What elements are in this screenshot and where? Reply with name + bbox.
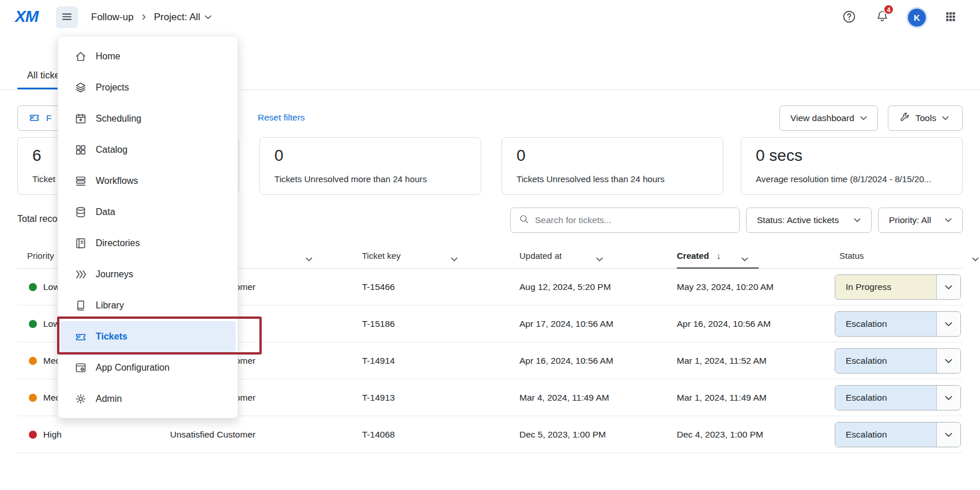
updated-at-cell: Dec 5, 2023, 1:00 PM [519,429,606,440]
stat-value: 0 secs [756,146,802,165]
table-row[interactable]: High Unsatisfied Customer T-14068 Dec 5,… [17,416,963,453]
column-header-status: Status [839,251,864,261]
column-menu-chevron-icon[interactable] [972,254,979,263]
app-switcher-button[interactable] [944,10,957,25]
tools-label: Tools [915,113,936,123]
column-menu-chevron-icon[interactable] [596,254,603,263]
column-menu-chevron-icon[interactable] [306,254,312,263]
priority-filter-dropdown[interactable]: Priority: All [878,208,963,233]
workflows-icon [74,175,87,187]
stat-label: Tickets Unresolved less than 24 hours [517,174,665,184]
chevron-down-icon [936,423,960,447]
user-avatar[interactable]: K [908,9,926,27]
view-dashboard-button[interactable]: View dashboard [779,105,878,131]
status-badge: Escalation [835,423,936,447]
chevron-down-icon [936,275,960,299]
status-dropdown[interactable]: Escalation [835,311,961,337]
ticket-key-cell: T-14913 [362,393,395,403]
stat-label: Average resolution time (8/1/2024 - 8/15… [756,174,932,184]
menu-item-projects[interactable]: Projects [58,72,238,103]
stat-label: Tickets Unresolved more than 24 hours [274,174,427,184]
ticket-name-cell: Unsatisfied Customer [170,429,255,440]
hamburger-icon [61,10,73,25]
chevron-down-icon [860,116,867,120]
menu-item-workflows[interactable]: Workflows [58,165,238,197]
sort-descending-icon: ↓ [717,251,721,261]
status-dropdown[interactable]: Escalation [835,385,961,410]
menu-item-directories[interactable]: Directories [58,228,238,259]
stat-card-unresolved-less-24h: 0 Tickets Unresolved less than 24 hours [502,137,723,195]
priority-dot [29,320,37,328]
menu-item-scheduling[interactable]: Scheduling [58,103,238,134]
column-menu-chevron-icon[interactable] [741,254,748,263]
updated-at-cell: Mar 4, 2024, 11:49 AM [519,393,609,403]
chevron-down-icon [936,312,960,336]
updated-at-cell: Apr 16, 2024, 10:56 AM [519,356,613,366]
menu-item-journeys[interactable]: Journeys [58,259,238,290]
status-filter-label: Status: Active tickets [757,215,839,225]
app-configuration-icon [74,361,87,374]
column-header-updated-at: Updated at [519,251,561,261]
status-dropdown[interactable]: In Progress [835,274,961,300]
project-selector[interactable]: Project: All [154,12,212,23]
chevron-down-icon [945,218,952,223]
topbar-actions: 4 K [842,0,957,35]
top-bar: XM Follow-up › Project: All 4 K [0,0,980,35]
stat-value: 0 [274,146,284,165]
created-cell: Mar 1, 2024, 11:52 AM [677,356,767,366]
updated-at-cell: Apr 17, 2024, 10:56 AM [519,319,613,329]
status-badge: Escalation [835,349,936,373]
ticket-key-cell: T-15466 [362,282,395,292]
stat-value: 6 [32,146,42,165]
project-selector-label: Project: All [154,12,200,23]
reset-filters-link[interactable]: Reset filters [258,112,305,123]
status-dropdown[interactable]: Escalation [835,422,961,447]
status-dropdown[interactable]: Escalation [835,348,961,374]
menu-item-catalog[interactable]: Catalog [58,134,238,165]
xm-logo: XM [15,7,38,26]
chevron-down-icon [942,116,949,120]
priority-dot [29,357,37,365]
ticket-icon [28,111,40,126]
chevron-down-icon [854,218,861,223]
ticket-key-cell: T-14914 [362,356,395,366]
ticket-key-cell: T-14068 [362,429,395,440]
tools-button[interactable]: Tools [888,105,963,131]
column-header-created[interactable]: Created [677,251,709,261]
status-badge: Escalation [835,312,936,336]
priority-cell: High [43,429,62,440]
help-button[interactable] [842,9,857,26]
wrench-icon [899,112,910,125]
menu-item-library[interactable]: Library [58,290,238,321]
menu-item-admin[interactable]: Admin [58,383,238,414]
status-badge: Escalation [835,386,936,410]
status-badge: In Progress [835,275,936,299]
menu-item-app-configuration[interactable]: App Configuration [58,352,238,383]
tickets-icon [74,330,87,343]
chevron-down-icon [205,15,212,20]
chevron-down-icon [936,386,960,410]
directories-icon [74,237,87,250]
menu-item-data[interactable]: Data [58,197,238,228]
created-cell: Dec 4, 2023, 1:00 PM [677,429,763,440]
column-menu-chevron-icon[interactable] [451,254,458,263]
catalog-icon [74,144,87,156]
search-input[interactable] [535,215,731,225]
journeys-icon [74,268,87,281]
grid-apps-icon [944,10,957,25]
priority-filter-label: Priority: All [889,215,931,225]
priority-dot [29,394,37,402]
breadcrumb: Follow-up › Project: All [91,0,212,35]
status-filter-dropdown[interactable]: Status: Active tickets [746,208,872,233]
stat-card-unresolved-more-24h: 0 Tickets Unresolved more than 24 hours [259,137,481,195]
created-cell: May 23, 2024, 10:20 AM [677,282,774,292]
menu-item-tickets[interactable]: Tickets [60,321,236,352]
priority-dot [29,283,37,291]
menu-item-home[interactable]: Home [58,41,238,72]
notifications-button[interactable]: 4 [875,9,889,25]
home-icon [74,50,87,63]
data-icon [74,206,87,218]
ticket-key-cell: T-15186 [362,319,395,329]
column-header-ticket-key: Ticket key [362,251,401,261]
hamburger-menu-button[interactable] [56,6,78,28]
